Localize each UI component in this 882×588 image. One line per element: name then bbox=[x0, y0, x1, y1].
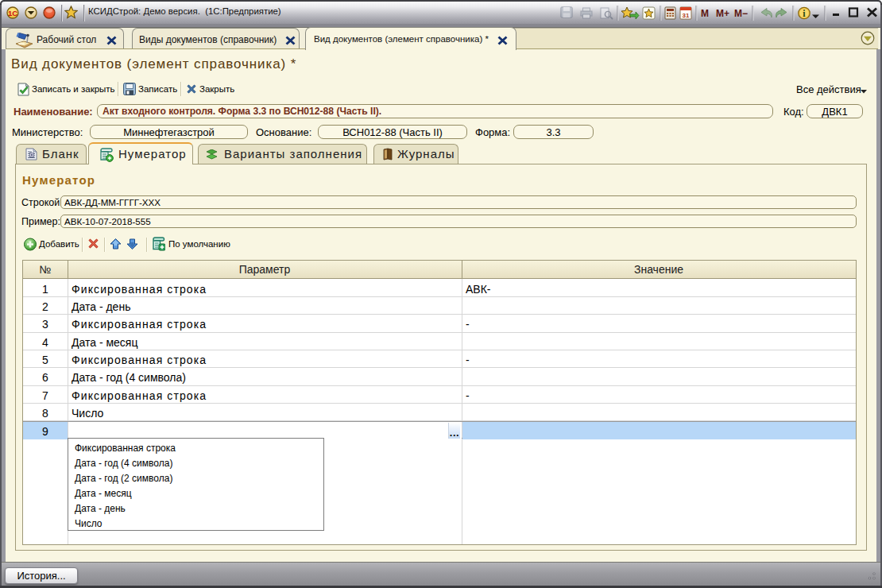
svg-text:M+: M+ bbox=[716, 8, 729, 19]
svg-text:M: M bbox=[701, 8, 709, 19]
svg-text:1C: 1C bbox=[8, 9, 17, 17]
svg-text:M−: M− bbox=[734, 8, 748, 19]
svg-text:31: 31 bbox=[683, 12, 690, 19]
